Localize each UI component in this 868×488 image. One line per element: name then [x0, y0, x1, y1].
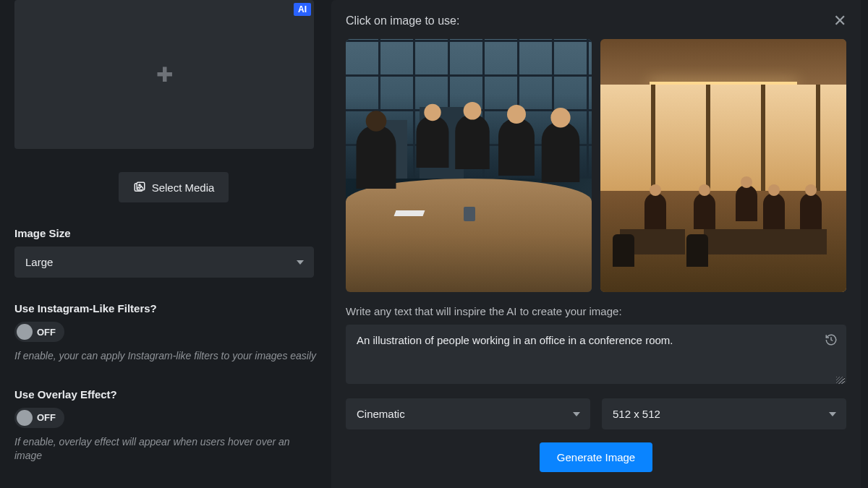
- filters-label: Use Instagram-Like Filters?: [14, 302, 333, 314]
- dialog-title: Click on image to use:: [346, 14, 459, 27]
- select-media-label: Select Media: [152, 181, 215, 194]
- generated-images-row: [346, 39, 846, 292]
- close-icon: ✕: [833, 12, 846, 30]
- generated-image-1[interactable]: [346, 39, 592, 292]
- image-scene: [600, 39, 846, 292]
- style-select[interactable]: Cinematic: [346, 398, 590, 429]
- dimension-select[interactable]: 512 x 512: [602, 398, 846, 429]
- filters-help-text: If enable, your can apply Instagram-like…: [14, 349, 318, 364]
- media-upload-zone[interactable]: AI ✚: [14, 0, 314, 149]
- overlay-help-text: If enable, overlay effect will appear wh…: [14, 435, 318, 463]
- generated-image-2[interactable]: [600, 39, 846, 292]
- media-icon: [133, 181, 146, 194]
- close-button[interactable]: ✕: [833, 13, 846, 29]
- dialog-header: Click on image to use: ✕: [346, 13, 846, 29]
- ai-badge: AI: [294, 3, 311, 16]
- toggle-knob: [17, 410, 33, 426]
- history-icon[interactable]: [825, 333, 838, 349]
- settings-panel: AI ✚ Select Media Image Size Large Use I…: [0, 0, 347, 488]
- filters-toggle[interactable]: OFF: [14, 322, 64, 342]
- ai-image-dialog: Click on image to use: ✕: [331, 0, 861, 488]
- select-media-button[interactable]: Select Media: [119, 172, 229, 202]
- image-scene: [346, 39, 592, 292]
- overlay-toggle[interactable]: OFF: [14, 408, 64, 428]
- toggle-knob: [17, 324, 33, 340]
- image-size-select-wrap: Large: [14, 247, 314, 278]
- overlay-toggle-label: OFF: [37, 412, 56, 423]
- generate-image-button[interactable]: Generate Image: [540, 442, 652, 472]
- prompt-box: [346, 325, 846, 387]
- prompt-label: Write any text that will inspire the AI …: [346, 305, 846, 317]
- controls-row: Cinematic 512 x 512: [346, 398, 846, 429]
- style-select-wrap: Cinematic: [346, 398, 590, 429]
- resize-handle[interactable]: [836, 377, 843, 384]
- plus-icon: ✚: [156, 63, 173, 87]
- image-size-select[interactable]: Large: [14, 247, 314, 278]
- dimension-select-wrap: 512 x 512: [602, 398, 846, 429]
- svg-point-2: [139, 184, 140, 186]
- filters-toggle-label: OFF: [37, 327, 56, 338]
- image-size-label: Image Size: [14, 227, 333, 239]
- prompt-textarea[interactable]: [346, 325, 846, 384]
- overlay-label: Use Overlay Effect?: [14, 388, 333, 401]
